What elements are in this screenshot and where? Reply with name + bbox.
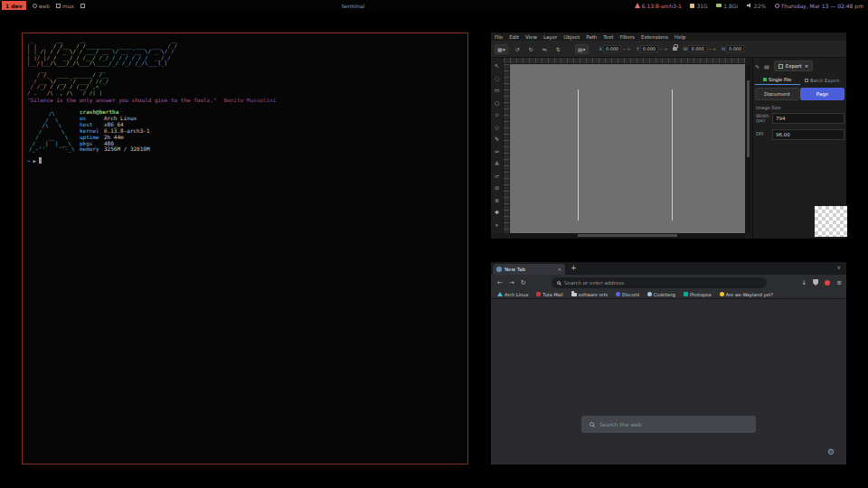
plus-icon[interactable]: + [712,46,716,52]
workspace-dev[interactable]: 1 dev [2,1,26,10]
y-value[interactable]: 0.000 [640,45,658,52]
bookmark-discord[interactable]: Discord [616,292,639,297]
pen-tool[interactable]: ✑ [495,148,499,155]
flip-horizontal-button[interactable]: ⇋ [541,45,549,53]
volume-module[interactable]: 22% [747,3,766,9]
edit-panel-icon[interactable]: ✎ [755,63,760,70]
x-value[interactable]: 0.000 [603,45,621,52]
export-tab[interactable]: Export × [774,61,814,71]
menu-filters[interactable]: Filters [619,34,635,40]
new-tab-button[interactable]: + [571,264,577,272]
ellipse-tool[interactable]: ○ [495,99,499,106]
measure-tool[interactable]: ⌖ [495,221,498,229]
minus-icon[interactable]: − [622,46,626,52]
gear-icon[interactable]: ⚙ [827,447,835,456]
workspace-mux[interactable]: mux [56,3,74,9]
close-icon[interactable]: × [805,63,809,69]
width-field[interactable]: W 0.000 − + [683,45,716,52]
downloads-icon[interactable]: ↓ [801,279,807,286]
bookmark-codeberg[interactable]: Codeberg [647,292,675,297]
star-tool[interactable]: ☆ [495,111,499,117]
dpi-input[interactable] [772,129,844,140]
bookmarks-bar: Arch Linux Tuta Mail software refs Disco… [491,290,846,299]
horizontal-scrollbar[interactable] [510,233,745,239]
selector-tool[interactable]: ↖ [495,62,499,69]
web-search-input[interactable] [599,421,748,427]
globe-favicon [496,267,502,272]
text-tool[interactable]: A [495,160,498,166]
back-button[interactable]: ← [497,279,503,286]
dpi-label: DPI [756,132,772,137]
workspace-web[interactable]: web [33,3,50,9]
flip-vertical-button[interactable]: ⇅ [554,45,562,53]
menu-layer[interactable]: Layer [543,34,557,40]
connector-tool[interactable]: ✚ [495,209,499,215]
rectangle-tool[interactable]: ▭ [495,87,500,93]
minus-icon[interactable]: − [659,46,663,52]
plus-icon[interactable]: + [664,46,667,52]
export-panel: ✎ ▤ Export × Single File Batch Export Do… [752,58,846,239]
menu-help[interactable]: Help [675,34,686,40]
width-input[interactable] [772,113,844,124]
recording-indicator-icon[interactable] [825,280,830,286]
menu-file[interactable]: File [495,34,503,40]
canvas[interactable] [510,64,745,233]
close-tab-icon[interactable]: × [557,267,561,272]
x-coordinate-field[interactable]: X 0.000 − + [599,45,631,52]
h-label: H [722,46,725,52]
menu-path[interactable]: Path [586,34,597,40]
bookmark-tuta-mail[interactable]: Tuta Mail [536,292,562,297]
workspace-empty[interactable] [80,4,85,8]
scroll-thumb[interactable] [747,80,750,157]
batch-export-tab[interactable]: Batch Export [800,75,845,85]
shield-icon[interactable] [813,279,818,286]
pencil-tool[interactable]: ✎ [495,136,499,142]
node-tool[interactable]: ◌ [495,75,499,81]
separator: · [712,3,713,8]
browser-window[interactable]: New Tab × + ∨ ← → ↻ ↓ ≡ Arch Linux Tuta … [491,262,846,465]
h-value[interactable]: 0.000 [726,45,744,52]
page-button[interactable]: Page [800,88,844,100]
tab-overflow-icon[interactable]: ∨ [837,264,841,270]
w-value[interactable]: 0.000 [688,45,706,52]
bookmark-are-we-wayland-yet[interactable]: Are we Wayland yet? [720,292,773,297]
layers-panel-icon[interactable]: ▤ [764,63,769,70]
shell-prompt[interactable]: ~ ▶ [27,157,42,164]
polygon-tool[interactable]: ◇ [495,124,499,130]
tweak-tool[interactable]: ≋ [495,197,499,203]
page-border-left [578,89,579,221]
selection-mode-dropdown[interactable]: ▦▾ [495,44,508,54]
scroll-thumb[interactable] [578,234,677,237]
web-search-box[interactable] [581,416,756,433]
menu-extensions[interactable]: Extensions [641,34,668,40]
document-button[interactable]: Document [755,88,799,100]
forward-button[interactable]: → [509,279,514,286]
plus-icon[interactable]: + [627,46,630,52]
reload-button[interactable]: ↻ [521,279,526,286]
dropper-tool[interactable]: ⊙ [495,184,499,191]
y-coordinate-field[interactable]: Y 0.000 − + [637,45,668,52]
minus-icon[interactable]: − [708,46,712,52]
bookmark-photopea[interactable]: Photopea [684,292,712,297]
inkscape-window[interactable]: File Edit View Layer Object Path Text Fi… [491,33,846,239]
single-file-tab[interactable]: Single File [755,75,800,85]
menu-object[interactable]: Object [563,34,580,40]
rotate-ccw-button[interactable]: ↺ [514,45,522,53]
menu-text[interactable]: Text [603,34,613,40]
menu-edit[interactable]: Edit [509,34,519,40]
height-field[interactable]: H 0.000 [722,45,744,52]
lock-ratio-icon[interactable] [673,47,677,51]
bookmark-software-refs[interactable]: software refs [571,292,608,297]
url-input[interactable] [564,280,761,286]
tab-title: New Tab [505,267,525,272]
bookmark-arch-linux[interactable]: Arch Linux [497,292,528,297]
menu-icon[interactable]: ≡ [836,279,842,286]
scale-mode-dropdown[interactable]: ▤▾ [575,44,589,54]
rotate-cw-button[interactable]: ↻ [527,45,535,53]
menu-view[interactable]: View [525,34,537,40]
url-bar[interactable] [552,277,767,288]
vertical-scrollbar[interactable] [746,64,750,233]
active-tab[interactable]: New Tab × [493,264,565,275]
gradient-tool[interactable]: ▱ [495,173,499,179]
terminal-window[interactable]: _ __ __ __ | | / /__ / /________ ____ __… [22,33,468,465]
